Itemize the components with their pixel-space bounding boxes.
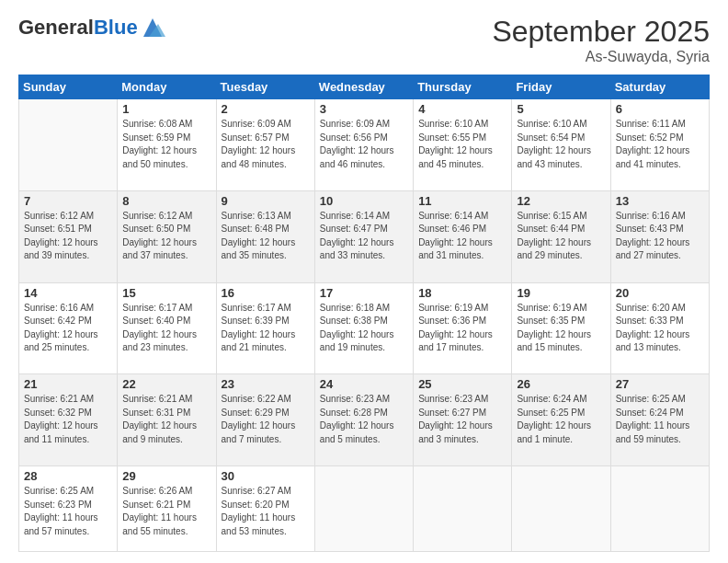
calendar-table: Sunday Monday Tuesday Wednesday Thursday… (18, 75, 710, 552)
logo-blue: Blue (94, 16, 138, 39)
day-info: Sunrise: 6:13 AMSunset: 6:48 PMDaylight:… (222, 210, 310, 263)
header: GeneralBlue September 2025 As-Suwayda, S… (18, 15, 710, 65)
day-number: 7 (24, 194, 112, 208)
table-row: 18Sunrise: 6:19 AMSunset: 6:36 PMDayligh… (414, 282, 512, 374)
col-friday: Friday (512, 75, 610, 99)
month-title: September 2025 (492, 15, 710, 49)
day-number: 12 (517, 194, 605, 208)
day-info: Sunrise: 6:19 AMSunset: 6:35 PMDaylight:… (517, 302, 605, 355)
day-number: 28 (24, 469, 112, 483)
table-row: 24Sunrise: 6:23 AMSunset: 6:28 PMDayligh… (314, 374, 413, 466)
table-row: 14Sunrise: 6:16 AMSunset: 6:42 PMDayligh… (19, 282, 118, 374)
day-info: Sunrise: 6:26 AMSunset: 6:21 PMDaylight:… (122, 485, 210, 538)
day-number: 10 (320, 194, 408, 208)
col-sunday: Sunday (19, 75, 118, 99)
logo: GeneralBlue (18, 15, 165, 40)
table-row (314, 466, 413, 552)
day-info: Sunrise: 6:18 AMSunset: 6:38 PMDaylight:… (320, 302, 408, 355)
day-info: Sunrise: 6:21 AMSunset: 6:32 PMDaylight:… (24, 393, 112, 446)
col-tuesday: Tuesday (216, 75, 314, 99)
day-number: 5 (517, 102, 605, 116)
calendar-week-row: 1Sunrise: 6:08 AMSunset: 6:59 PMDaylight… (19, 99, 710, 191)
day-info: Sunrise: 6:25 AMSunset: 6:23 PMDaylight:… (24, 485, 112, 538)
table-row: 9Sunrise: 6:13 AMSunset: 6:48 PMDaylight… (216, 190, 314, 282)
day-number: 14 (24, 286, 112, 300)
day-info: Sunrise: 6:12 AMSunset: 6:51 PMDaylight:… (24, 210, 112, 263)
table-row: 7Sunrise: 6:12 AMSunset: 6:51 PMDaylight… (19, 190, 118, 282)
day-info: Sunrise: 6:24 AMSunset: 6:25 PMDaylight:… (517, 393, 605, 446)
calendar-week-row: 7Sunrise: 6:12 AMSunset: 6:51 PMDaylight… (19, 190, 710, 282)
day-info: Sunrise: 6:16 AMSunset: 6:43 PMDaylight:… (616, 210, 704, 263)
col-monday: Monday (118, 75, 216, 99)
day-number: 9 (222, 194, 310, 208)
table-row: 8Sunrise: 6:12 AMSunset: 6:50 PMDaylight… (118, 190, 216, 282)
table-row: 15Sunrise: 6:17 AMSunset: 6:40 PMDayligh… (118, 282, 216, 374)
day-info: Sunrise: 6:22 AMSunset: 6:29 PMDaylight:… (222, 393, 310, 446)
day-number: 21 (24, 377, 112, 391)
table-row: 3Sunrise: 6:09 AMSunset: 6:56 PMDaylight… (314, 99, 413, 191)
day-number: 30 (222, 469, 310, 483)
day-info: Sunrise: 6:23 AMSunset: 6:28 PMDaylight:… (320, 393, 408, 446)
day-number: 24 (320, 377, 408, 391)
day-info: Sunrise: 6:16 AMSunset: 6:42 PMDaylight:… (24, 302, 112, 355)
day-number: 27 (616, 377, 704, 391)
table-row: 6Sunrise: 6:11 AMSunset: 6:52 PMDaylight… (610, 99, 709, 191)
table-row: 5Sunrise: 6:10 AMSunset: 6:54 PMDaylight… (512, 99, 610, 191)
table-row (414, 466, 512, 552)
table-row: 25Sunrise: 6:23 AMSunset: 6:27 PMDayligh… (414, 374, 512, 466)
table-row: 1Sunrise: 6:08 AMSunset: 6:59 PMDaylight… (118, 99, 216, 191)
day-number: 11 (418, 194, 506, 208)
table-row: 23Sunrise: 6:22 AMSunset: 6:29 PMDayligh… (216, 374, 314, 466)
day-info: Sunrise: 6:17 AMSunset: 6:40 PMDaylight:… (122, 302, 210, 355)
table-row: 16Sunrise: 6:17 AMSunset: 6:39 PMDayligh… (216, 282, 314, 374)
day-number: 15 (122, 286, 210, 300)
table-row: 22Sunrise: 6:21 AMSunset: 6:31 PMDayligh… (118, 374, 216, 466)
location: As-Suwayda, Syria (492, 49, 710, 65)
day-info: Sunrise: 6:27 AMSunset: 6:20 PMDaylight:… (222, 485, 310, 538)
table-row (19, 99, 118, 191)
table-row: 28Sunrise: 6:25 AMSunset: 6:23 PMDayligh… (19, 466, 118, 552)
day-info: Sunrise: 6:15 AMSunset: 6:44 PMDaylight:… (517, 210, 605, 263)
day-number: 4 (418, 102, 506, 116)
col-thursday: Thursday (414, 75, 512, 99)
calendar-week-row: 28Sunrise: 6:25 AMSunset: 6:23 PMDayligh… (19, 466, 710, 552)
table-row: 2Sunrise: 6:09 AMSunset: 6:57 PMDaylight… (216, 99, 314, 191)
table-row: 21Sunrise: 6:21 AMSunset: 6:32 PMDayligh… (19, 374, 118, 466)
table-row: 19Sunrise: 6:19 AMSunset: 6:35 PMDayligh… (512, 282, 610, 374)
day-number: 23 (222, 377, 310, 391)
day-info: Sunrise: 6:12 AMSunset: 6:50 PMDaylight:… (122, 210, 210, 263)
col-wednesday: Wednesday (314, 75, 413, 99)
day-info: Sunrise: 6:25 AMSunset: 6:24 PMDaylight:… (616, 393, 704, 446)
day-number: 2 (222, 102, 310, 116)
title-area: September 2025 As-Suwayda, Syria (492, 15, 710, 65)
table-row: 17Sunrise: 6:18 AMSunset: 6:38 PMDayligh… (314, 282, 413, 374)
day-info: Sunrise: 6:09 AMSunset: 6:56 PMDaylight:… (320, 118, 408, 171)
day-number: 6 (616, 102, 704, 116)
day-number: 3 (320, 102, 408, 116)
day-number: 18 (418, 286, 506, 300)
day-info: Sunrise: 6:23 AMSunset: 6:27 PMDaylight:… (418, 393, 506, 446)
day-info: Sunrise: 6:17 AMSunset: 6:39 PMDaylight:… (222, 302, 310, 355)
table-row: 10Sunrise: 6:14 AMSunset: 6:47 PMDayligh… (314, 190, 413, 282)
day-info: Sunrise: 6:14 AMSunset: 6:46 PMDaylight:… (418, 210, 506, 263)
day-number: 13 (616, 194, 704, 208)
table-row (610, 466, 709, 552)
day-number: 19 (517, 286, 605, 300)
day-number: 16 (222, 286, 310, 300)
table-row: 30Sunrise: 6:27 AMSunset: 6:20 PMDayligh… (216, 466, 314, 552)
day-info: Sunrise: 6:09 AMSunset: 6:57 PMDaylight:… (222, 118, 310, 171)
col-saturday: Saturday (610, 75, 709, 99)
day-info: Sunrise: 6:10 AMSunset: 6:54 PMDaylight:… (517, 118, 605, 171)
page: GeneralBlue September 2025 As-Suwayda, S… (0, 0, 728, 563)
day-number: 29 (122, 469, 210, 483)
day-number: 8 (122, 194, 210, 208)
day-number: 1 (122, 102, 210, 116)
table-row: 13Sunrise: 6:16 AMSunset: 6:43 PMDayligh… (610, 190, 709, 282)
day-info: Sunrise: 6:14 AMSunset: 6:47 PMDaylight:… (320, 210, 408, 263)
day-info: Sunrise: 6:10 AMSunset: 6:55 PMDaylight:… (418, 118, 506, 171)
table-row: 29Sunrise: 6:26 AMSunset: 6:21 PMDayligh… (118, 466, 216, 552)
day-info: Sunrise: 6:21 AMSunset: 6:31 PMDaylight:… (122, 393, 210, 446)
table-row: 27Sunrise: 6:25 AMSunset: 6:24 PMDayligh… (610, 374, 709, 466)
day-number: 26 (517, 377, 605, 391)
logo-general: General (18, 16, 94, 39)
